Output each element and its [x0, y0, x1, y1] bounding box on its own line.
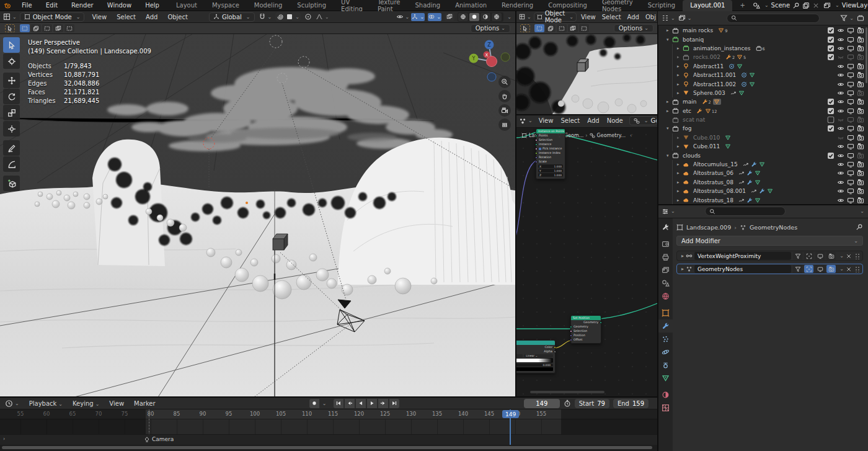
expand-arrow[interactable]: ▸ — [677, 64, 683, 69]
proportional-edit-icon[interactable] — [304, 13, 312, 20]
hide-eye-toggle[interactable] — [836, 125, 844, 133]
app-menu-item[interactable]: Help — [138, 0, 166, 11]
node-output-row[interactable]: Color — [516, 345, 555, 349]
item-label[interactable]: Cube.010 — [693, 135, 720, 141]
tool-annotate[interactable] — [3, 140, 20, 156]
next-keyframe-icon[interactable] — [378, 399, 388, 408]
node-socket-row[interactable]: Position — [571, 333, 601, 337]
filter-funnel-icon[interactable]: ⌄ — [840, 14, 854, 22]
viewport2-menu-item[interactable]: Add — [624, 14, 642, 20]
hide-eye-toggle[interactable] — [836, 178, 844, 186]
show-in-viewport-toggle[interactable] — [815, 265, 825, 273]
tool-transform[interactable] — [3, 121, 20, 136]
collapse-path-icon[interactable]: ‹ — [630, 133, 632, 138]
expand-arrow[interactable]: ▸ — [681, 253, 684, 259]
active-tool-icon[interactable] — [520, 24, 530, 32]
render-disable-toggle[interactable] — [856, 116, 864, 124]
checkbox-icon[interactable] — [539, 148, 541, 150]
shading-material-icon[interactable] — [480, 13, 490, 21]
node-socket-row[interactable]: Instance Index — [536, 151, 565, 155]
viewport-disable-toggle[interactable] — [846, 169, 854, 177]
expand-markers-icon[interactable]: › — [3, 436, 5, 442]
playhead-badge[interactable]: 149 — [502, 410, 519, 418]
outliner-row[interactable]: ▸ Altostratus_06 — [658, 169, 868, 177]
expand-arrow[interactable]: ▸ — [677, 82, 683, 87]
selectmode-intersect-icon[interactable] — [579, 24, 589, 32]
pin-icon[interactable] — [792, 2, 800, 9]
expand-arrow[interactable]: ▾ — [666, 126, 672, 131]
app-menu-item[interactable]: Render — [64, 0, 100, 11]
item-label[interactable]: Abstract11 — [693, 63, 724, 69]
show-in-editmode-toggle[interactable] — [804, 252, 813, 260]
outliner-search-input[interactable] — [727, 14, 820, 23]
modifier-name-field[interactable]: VertexWeightProximity — [694, 252, 791, 260]
expand-arrow[interactable]: ▸ — [677, 91, 683, 96]
node-socket-row[interactable]: Points — [536, 133, 565, 138]
workspace-tab[interactable]: Compositing — [541, 0, 595, 11]
node-socket-row[interactable]: Instance — [536, 142, 565, 146]
tool-rotate[interactable] — [3, 89, 20, 104]
exclude-checkbox[interactable] — [826, 107, 835, 115]
frame-end-field[interactable]: End159 — [613, 399, 649, 408]
outliner-row[interactable]: ▸ Abstract11.002 — [658, 79, 868, 88]
viewport-disable-toggle[interactable] — [846, 161, 854, 169]
node-socket-row[interactable]: Pick Instance — [536, 146, 565, 151]
viewport2-options-button[interactable]: Options⌄ — [614, 24, 653, 32]
active-tool-icon[interactable] — [5, 24, 15, 32]
exclude-checkbox[interactable] — [826, 125, 835, 133]
editor-type-icon[interactable]: ⌄ — [0, 13, 20, 20]
play-reverse-icon[interactable] — [356, 399, 366, 408]
outliner-row[interactable]: ▸ Altostratus_08 — [658, 178, 868, 187]
viewport2-menu-item[interactable]: View — [578, 14, 599, 20]
workspace-tab[interactable]: Layout.001 — [683, 0, 732, 11]
color-ramp-gradient[interactable] — [516, 358, 553, 363]
tab-physics[interactable] — [658, 346, 673, 359]
tool-move[interactable] — [3, 73, 20, 88]
hide-eye-toggle[interactable] — [836, 44, 844, 52]
workspace-tab[interactable]: Sculpting — [290, 0, 334, 11]
workspace-tab[interactable]: Modeling — [247, 0, 290, 11]
ramp-pos-value[interactable]: 0.000 — [516, 364, 553, 367]
item-label[interactable]: botaniq — [683, 37, 704, 43]
render-disable-toggle[interactable] — [856, 107, 864, 115]
expand-arrow[interactable]: ▸ — [677, 46, 683, 51]
viewport-disable-toggle[interactable] — [846, 196, 854, 204]
app-menu-item[interactable]: File — [15, 0, 39, 11]
breadcrumb-modifier[interactable]: GeometryNodes — [750, 224, 797, 231]
ramp-color-swatch[interactable] — [516, 367, 553, 371]
render-disable-toggle[interactable] — [856, 196, 864, 204]
tab-material[interactable] — [658, 388, 673, 401]
viewport-disable-toggle[interactable] — [846, 107, 854, 115]
hide-eye-toggle[interactable] — [836, 53, 844, 61]
workspace-tab[interactable]: Scripting — [640, 0, 683, 11]
show-in-render-toggle[interactable] — [826, 265, 836, 273]
timeline-menu-item[interactable]: Keying⌄ — [68, 400, 104, 407]
ortho-grid-icon[interactable] — [498, 118, 511, 131]
editor-border[interactable] — [658, 204, 868, 205]
modifier-geometrynodes[interactable]: ▸ GeometryNodes ⌄ — [676, 264, 863, 274]
expand-arrow[interactable]: ▸ — [677, 198, 683, 203]
hide-eye-toggle[interactable] — [836, 187, 844, 195]
outliner-display-mode-icon[interactable]: ⌄ — [662, 14, 675, 22]
viewport-disable-toggle[interactable] — [846, 27, 854, 35]
jump-to-start-icon[interactable] — [334, 399, 343, 408]
render-disable-toggle[interactable] — [856, 125, 864, 133]
hide-eye-toggle[interactable] — [836, 151, 844, 159]
node-menu-item[interactable]: Add — [583, 117, 603, 124]
render-disable-toggle[interactable] — [856, 133, 864, 141]
viewport-disable-toggle[interactable] — [846, 98, 854, 106]
viewport-menu-item[interactable]: Select — [112, 14, 141, 20]
transform-orientation-dropdown[interactable]: Global⌄ — [209, 12, 255, 22]
viewport-menu-item[interactable]: Object — [162, 14, 193, 20]
tool-cursor[interactable] — [3, 53, 20, 69]
tool-measure[interactable] — [3, 156, 20, 172]
gizmos-toggle-icon[interactable]: ⌄ — [411, 13, 425, 21]
render-disable-toggle[interactable] — [856, 98, 864, 106]
editor-type-icon[interactable]: ⌄ — [516, 117, 535, 125]
node-instance-on-points[interactable]: Instance on Points PointsSelectionInstan… — [536, 128, 565, 179]
shading-rendered-icon[interactable] — [492, 13, 502, 21]
item-label[interactable]: Abstract11.001 — [693, 72, 736, 78]
outliner-row[interactable]: ▸ Abstract11 — [658, 62, 868, 71]
tab-object-data[interactable] — [658, 372, 673, 385]
delete-modifier-icon[interactable] — [846, 253, 852, 259]
